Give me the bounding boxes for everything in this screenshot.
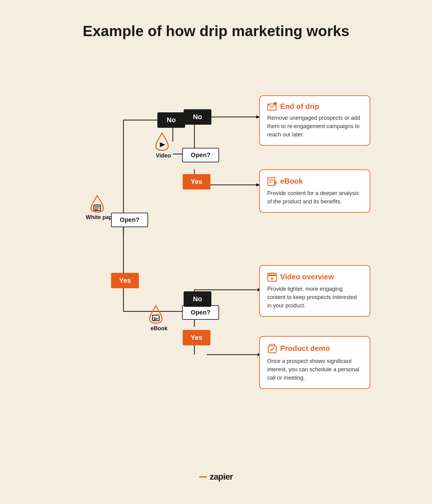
video-overview-card: Video overview Provide lighter, more eng…: [259, 265, 370, 317]
zapier-dash: [199, 476, 207, 477]
yes-button-3: Yes: [183, 330, 210, 345]
open-question-2: Open?: [182, 148, 219, 162]
yes-button-2: Yes: [183, 174, 210, 190]
open-question-1: Open?: [111, 213, 148, 227]
flowchart: White paper Open? No Video Open? No Yes: [74, 58, 358, 460]
open-question-3: Open?: [182, 305, 219, 320]
yes-button-1: Yes: [111, 273, 139, 288]
end-of-drip-text: Remove unengaged prospects or add them t…: [267, 114, 362, 139]
video-overview-title: Video overview: [267, 272, 362, 282]
end-of-drip-title: End of drip: [267, 102, 362, 111]
video-drop-icon: [154, 132, 170, 152]
zapier-logo: zapier: [74, 472, 358, 482]
product-demo-card: Product demo Once a prospect shows signi…: [259, 336, 370, 389]
svg-marker-41: [271, 277, 274, 280]
ebook-icon: [267, 176, 277, 186]
svg-rect-31: [268, 177, 275, 185]
zapier-logo-text: zapier: [210, 472, 233, 482]
ebook-card-title: eBook: [267, 176, 362, 186]
product-demo-icon: [267, 343, 277, 354]
svg-marker-27: [160, 142, 165, 147]
video-label: Video: [156, 152, 171, 159]
ebook-card-text: Provide content for a deeper analysis of…: [267, 189, 362, 206]
no-button-3: No: [184, 291, 211, 307]
no-button-1: No: [157, 112, 185, 128]
product-demo-text: Once a prospect shows significant intere…: [267, 357, 362, 382]
end-of-drip-card: End of drip Remove unengaged prospects o…: [259, 95, 370, 146]
ebook-card: eBook Provide content for a deeper analy…: [259, 169, 370, 213]
page-title: Example of how drip marketing works: [74, 22, 358, 40]
ebook-drop-icon: [148, 305, 164, 325]
mail-icon: [267, 102, 277, 111]
ebook-label: eBook: [151, 325, 168, 332]
no-button-2: No: [184, 109, 211, 125]
video-overview-text: Provide lighter, more engaging content t…: [267, 285, 362, 310]
svg-marker-35: [275, 181, 276, 185]
white-paper-drop-icon: [89, 194, 105, 214]
clapperboard-icon: [267, 272, 277, 282]
product-demo-title: Product demo: [267, 343, 362, 354]
